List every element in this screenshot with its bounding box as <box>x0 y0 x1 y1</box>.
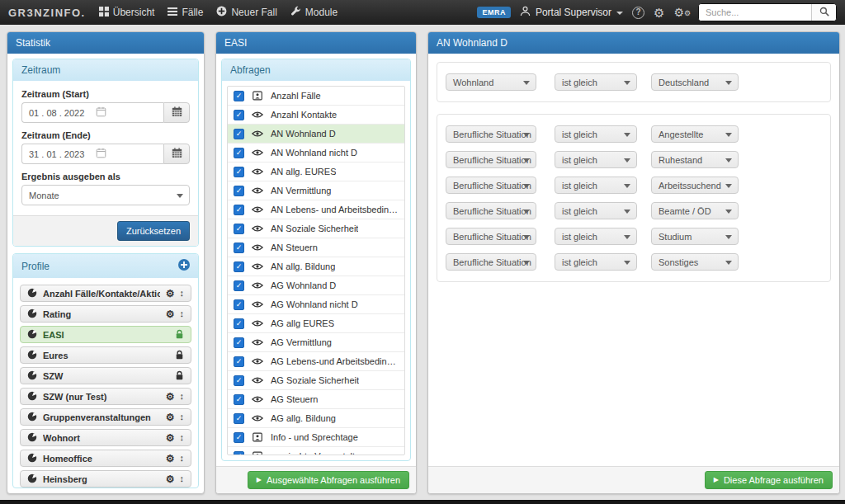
sort-handle-icon[interactable]: ↕ <box>180 412 185 422</box>
zuruecksetzen-button[interactable]: Zurücksetzen <box>117 221 190 241</box>
checkbox[interactable]: ✓ <box>234 375 244 386</box>
abfrage-row-an-allg-bildung[interactable]: ✓AN allg. Bildung <box>228 257 404 276</box>
abfrage-row-ag-lebens-und-arbeitsbedingungen[interactable]: ✓AG Lebens-und Arbeitsbedingungen <box>228 352 404 371</box>
app-logo[interactable]: GR3NZINFO. <box>8 7 86 19</box>
profile-item-gruppenveranstaltungen[interactable]: Gruppenveranstaltungen⚙↕ <box>20 408 191 426</box>
operator-select[interactable]: ist gleich <box>555 202 637 219</box>
profile-item-eures[interactable]: Eures <box>20 346 191 364</box>
abfrage-row-ag-wohnland-nicht-d[interactable]: ✓AG Wohnland nicht D <box>228 295 404 314</box>
checkbox[interactable]: ✓ <box>234 432 244 443</box>
checkbox[interactable]: ✓ <box>234 261 244 272</box>
field-select[interactable]: Berufliche Situation <box>446 253 536 271</box>
checkbox[interactable]: ✓ <box>234 205 244 215</box>
abfrage-row-an-allg-eures[interactable]: ✓AN allg. EURES <box>228 163 404 181</box>
field-select[interactable]: Wohnland <box>446 73 536 91</box>
operator-select[interactable]: ist gleich <box>555 73 637 91</box>
run-this-query-button[interactable]: ▶ Diese Abfrage ausführen <box>705 471 833 489</box>
abfrage-row-gemischte-veranstaltungen[interactable]: ✓gemischte Veranstaltungen <box>228 447 404 455</box>
abfrage-row-an-steuern[interactable]: ✓AN Steuern <box>228 238 404 257</box>
abfrage-row-an-wohnland-nicht-d[interactable]: ✓AN Wohnland nicht D <box>228 144 404 163</box>
sort-handle-icon[interactable]: ↕ <box>180 392 185 401</box>
sort-handle-icon[interactable]: ↕ <box>180 433 185 442</box>
profile-item-easi[interactable]: EASI <box>20 326 191 343</box>
checkbox[interactable]: ✓ <box>234 91 244 101</box>
value-select[interactable]: Studium <box>651 228 739 245</box>
abfrage-row-ag-allg-eures[interactable]: ✓AG allg EURES <box>228 314 404 333</box>
checkbox[interactable]: ✓ <box>234 167 244 177</box>
checkbox[interactable]: ✓ <box>234 110 244 120</box>
operator-select[interactable]: ist gleich <box>555 228 637 245</box>
abfrage-row-ag-vermittlung[interactable]: ✓AG Vermittlung <box>228 333 404 352</box>
profile-item-homeoffice[interactable]: Homeoffice⚙↕ <box>20 450 191 467</box>
gear-icon[interactable]: ⚙ <box>166 454 175 464</box>
checkbox[interactable]: ✓ <box>234 394 244 405</box>
field-select[interactable]: Berufliche Situation <box>446 228 536 245</box>
admin-settings-button[interactable]: ⚙⚙ <box>673 7 689 18</box>
operator-select[interactable]: ist gleich <box>555 151 637 168</box>
zeitraum-start-calendar-button[interactable] <box>163 102 190 123</box>
profile-item-heinsberg[interactable]: Heinsberg⚙↕ <box>20 470 191 488</box>
abfrage-row-anzahl-f-lle[interactable]: ✓Anzahl Fälle <box>228 87 404 106</box>
help-button[interactable]: ? <box>632 7 644 19</box>
abfrage-row-info-und-sprechtage[interactable]: ✓Info - und Sprechtage <box>228 428 404 447</box>
nav-item-neuer-fall[interactable]: Neuer Fall <box>216 6 276 19</box>
field-select[interactable]: Berufliche Situation <box>446 125 536 143</box>
nav-item-f-lle[interactable]: Fälle <box>168 7 203 19</box>
nav-item-module[interactable]: Module <box>290 6 338 19</box>
checkbox[interactable]: ✓ <box>234 148 244 158</box>
abfrage-row-anzahl-kontakte[interactable]: ✓Anzahl Kontakte <box>228 106 404 125</box>
checkbox[interactable]: ✓ <box>234 243 244 253</box>
checkbox[interactable]: ✓ <box>234 451 244 456</box>
value-select[interactable]: Deutschland <box>651 73 739 91</box>
field-select[interactable]: Berufliche Situation <box>446 151 536 168</box>
zeitraum-start-input[interactable]: 01 . 08 . 2022 <box>21 102 163 123</box>
profile-item-szw[interactable]: SZW <box>20 367 191 384</box>
sort-handle-icon[interactable]: ↕ <box>180 289 185 298</box>
abfrage-row-ag-allg-bildung[interactable]: ✓AG allg. Bildung <box>228 409 404 428</box>
abfrage-row-ag-steuern[interactable]: ✓AG Steuern <box>228 390 404 409</box>
checkbox[interactable]: ✓ <box>234 186 244 196</box>
checkbox[interactable]: ✓ <box>234 337 244 348</box>
abfrage-row-ag-wohnland-d[interactable]: ✓AG Wohnland D <box>228 276 404 295</box>
search-input[interactable] <box>699 4 811 21</box>
field-select[interactable]: Berufliche Situation <box>446 202 536 219</box>
value-select[interactable]: Ruhestand <box>651 151 739 168</box>
profile-item-wohnort[interactable]: Wohnort⚙↕ <box>20 429 191 446</box>
gear-icon[interactable]: ⚙ <box>166 309 175 319</box>
checkbox[interactable]: ✓ <box>234 299 244 310</box>
checkbox[interactable]: ✓ <box>234 356 244 367</box>
sort-handle-icon[interactable]: ↕ <box>180 454 185 463</box>
value-select[interactable]: Sonstiges <box>651 253 739 271</box>
checkbox[interactable]: ✓ <box>234 413 244 424</box>
ergebnis-select[interactable]: Monate <box>21 185 190 205</box>
zeitraum-end-input[interactable]: 31 . 01 . 2023 <box>21 144 163 164</box>
checkbox[interactable]: ✓ <box>234 224 244 234</box>
gear-icon[interactable]: ⚙ <box>166 433 175 443</box>
abfrage-row-an-lebens-und-arbeitsbedingungen[interactable]: ✓AN Lebens- und Arbeitsbedingungen <box>228 200 404 219</box>
settings-button[interactable]: ⚙ <box>654 7 664 19</box>
value-select[interactable]: Arbeitssuchend <box>651 177 739 194</box>
search-button[interactable] <box>811 4 836 21</box>
checkbox[interactable]: ✓ <box>234 318 244 329</box>
nav-item-bersicht[interactable]: Übersicht <box>99 7 155 19</box>
gear-icon[interactable]: ⚙ <box>166 392 175 402</box>
operator-select[interactable]: ist gleich <box>555 177 637 194</box>
operator-select[interactable]: ist gleich <box>555 253 637 271</box>
abfrage-row-an-wohnland-d[interactable]: ✓AN Wohnland D <box>228 125 404 144</box>
user-menu[interactable]: Portal Supervisor <box>520 6 623 19</box>
value-select[interactable]: Beamte / ÖD <box>651 202 739 219</box>
field-select[interactable]: Berufliche Situation <box>446 177 536 194</box>
sort-handle-icon[interactable]: ↕ <box>180 474 185 483</box>
add-profile-button[interactable] <box>178 259 190 273</box>
sort-handle-icon[interactable]: ↕ <box>180 309 185 318</box>
abfrage-row-an-soziale-sicherheit[interactable]: ✓AN Soziale Sicherheit <box>228 219 404 238</box>
zeitraum-end-calendar-button[interactable] <box>163 144 190 164</box>
value-select[interactable]: Angestellte <box>651 125 739 143</box>
operator-select[interactable]: ist gleich <box>555 125 637 143</box>
gear-icon[interactable]: ⚙ <box>166 474 175 484</box>
profile-item-szw-nur-test[interactable]: SZW (nur Test)⚙↕ <box>20 388 191 405</box>
run-selected-queries-button[interactable]: ▶ Ausgewählte Abfragen ausführen <box>248 471 409 489</box>
checkbox[interactable]: ✓ <box>234 280 244 291</box>
checkbox[interactable]: ✓ <box>234 129 244 139</box>
profile-item-anzahl-f-lle-kontakte-aktionen[interactable]: Anzahl Fälle/Kontakte/Aktionen⚙↕ <box>20 285 191 302</box>
